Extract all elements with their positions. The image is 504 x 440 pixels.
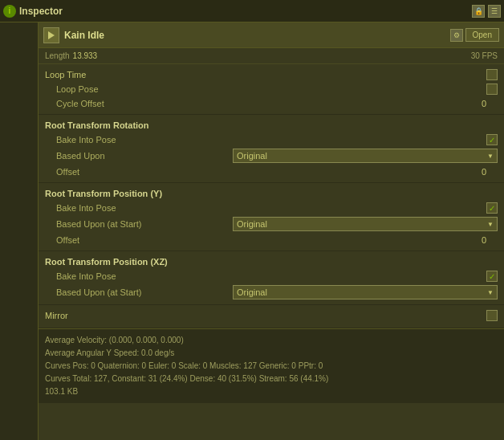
stats-area: Average Velocity: (0.000, 0.000, 0.000) … [39, 328, 504, 403]
tab-right-icons: 🔒 ☰ [472, 5, 501, 18]
rotation-bake-row: Bake Into Pose [45, 132, 498, 147]
rotation-offset-value: 0 [482, 167, 498, 177]
cycle-offset-label: Cycle Offset [45, 99, 482, 108]
stats-line5: 103.1 KB [45, 385, 498, 398]
length-value: 13.933 [73, 51, 98, 60]
menu-icon[interactable]: ☰ [488, 5, 501, 18]
loop-time-label: Loop Time [45, 70, 486, 79]
loop-time-checkbox[interactable] [486, 69, 498, 80]
rotation-offset-label: Offset [45, 167, 482, 177]
pos-xz-based-dropdown[interactable]: Original ▼ [233, 285, 498, 299]
main-area: Kain Idle ⚙ Open Length 13.933 30 FPS Lo… [0, 22, 504, 440]
rotation-dropdown-arrow: ▼ [487, 153, 494, 160]
gear-icon[interactable]: ⚙ [450, 29, 463, 42]
loop-time-row: Loop Time [45, 67, 498, 82]
inspector-tab-icon: i [3, 5, 16, 18]
pos-y-offset-row: Offset 0 [45, 233, 498, 247]
pos-y-based-label: Based Upon (at Start) [45, 219, 233, 229]
root-position-xz-section: Root Transform Position (XZ) Bake Into P… [39, 251, 504, 305]
pos-y-based-dropdown[interactable]: Original ▼ [233, 217, 498, 231]
pos-y-based-row: Based Upon (at Start) Original ▼ [45, 215, 498, 233]
root-position-xz-title: Root Transform Position (XZ) [45, 257, 498, 267]
pos-xz-based-row: Based Upon (at Start) Original ▼ [45, 283, 498, 301]
fps-value: 30 FPS [471, 51, 498, 60]
rotation-based-dropdown[interactable]: Original ▼ [233, 149, 498, 163]
pos-y-based-value: Original [237, 219, 487, 229]
root-rotation-title-row: Root Transform Rotation [45, 118, 498, 132]
inspector-tab-label[interactable]: Inspector [19, 6, 63, 17]
tab-bar: i Inspector 🔒 ☰ [0, 0, 504, 22]
cycle-offset-row: Cycle Offset 0 [45, 96, 498, 111]
cycle-offset-value: 0 [482, 99, 498, 108]
stats-line3: Curves Pos: 0 Quaternion: 0 Euler: 0 Sca… [45, 360, 498, 373]
stats-line4: Curves Total: 127, Constant: 31 (24.4%) … [45, 373, 498, 385]
pos-y-offset-label: Offset [45, 235, 482, 245]
rotation-based-value: Original [237, 151, 487, 161]
loop-pose-checkbox[interactable] [486, 84, 498, 95]
mirror-section: Mirror [39, 305, 504, 328]
stats-line1: Average Velocity: (0.000, 0.000, 0.000) [45, 334, 498, 347]
mirror-row: Mirror [45, 308, 498, 323]
mirror-label: Mirror [45, 311, 486, 320]
loop-pose-row: Loop Pose [45, 82, 498, 96]
pos-y-bake-row: Bake Into Pose [45, 201, 498, 215]
root-position-xz-title-row: Root Transform Position (XZ) [45, 255, 498, 269]
info-row: Length 13.933 30 FPS [39, 48, 504, 64]
rotation-offset-row: Offset 0 [45, 165, 498, 179]
pos-xz-bake-row: Bake Into Pose [45, 269, 498, 283]
root-rotation-section: Root Transform Rotation Bake Into Pose B… [39, 115, 504, 183]
root-position-y-section: Root Transform Position (Y) Bake Into Po… [39, 183, 504, 251]
pos-xz-dropdown-arrow: ▼ [487, 289, 494, 296]
stats-line2: Average Angular Y Speed: 0.0 deg/s [45, 347, 498, 360]
root-rotation-title: Root Transform Rotation [45, 120, 498, 130]
open-button[interactable]: Open [465, 28, 499, 42]
pos-y-dropdown-arrow: ▼ [487, 221, 494, 228]
rotation-based-row: Based Upon Original ▼ [45, 147, 498, 165]
rotation-bake-checkbox[interactable] [486, 134, 498, 145]
root-position-y-title: Root Transform Position (Y) [45, 189, 498, 198]
pos-xz-bake-checkbox[interactable] [486, 271, 498, 282]
header-bar: Kain Idle ⚙ Open [39, 22, 504, 48]
play-icon[interactable] [43, 27, 59, 43]
sidebar [0, 22, 39, 440]
lock-icon[interactable]: 🔒 [472, 5, 485, 18]
mirror-checkbox[interactable] [486, 310, 498, 321]
length-label: Length [45, 51, 70, 60]
pos-xz-based-value: Original [237, 287, 487, 297]
root-position-y-title-row: Root Transform Position (Y) [45, 186, 498, 201]
pos-y-bake-checkbox[interactable] [486, 202, 498, 214]
pos-y-bake-label: Bake Into Pose [45, 203, 486, 213]
loop-pose-label: Loop Pose [45, 84, 486, 94]
content-area: Kain Idle ⚙ Open Length 13.933 30 FPS Lo… [39, 22, 504, 440]
pos-xz-bake-label: Bake Into Pose [45, 271, 486, 281]
rotation-bake-label: Bake Into Pose [45, 135, 486, 145]
header-icons: ⚙ Open [450, 28, 499, 42]
loop-time-section: Loop Time Loop Pose Cycle Offset 0 [39, 64, 504, 115]
animation-title: Kain Idle [64, 30, 450, 41]
rotation-based-label: Based Upon [45, 151, 233, 161]
pos-xz-based-label: Based Upon (at Start) [45, 287, 233, 297]
pos-y-offset-value: 0 [482, 235, 498, 245]
